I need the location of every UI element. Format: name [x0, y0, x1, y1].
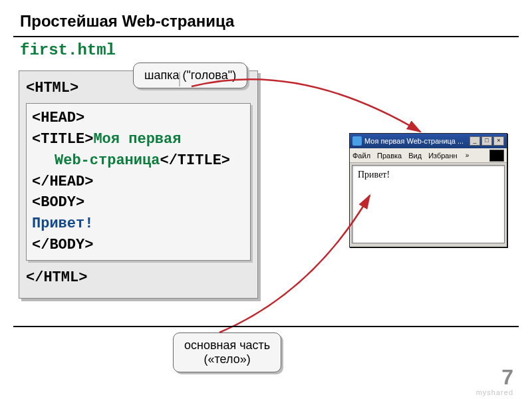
menu-favorites[interactable]: Избранн [428, 152, 458, 160]
browser-menubar: Файл Правка Вид Избранн » [350, 148, 507, 163]
callout-head: шапка ("голова") [133, 63, 247, 88]
code-head-close: </HEAD> [32, 172, 245, 193]
minimize-button[interactable]: _ [469, 136, 480, 146]
throbber-icon [489, 150, 504, 162]
browser-window: Моя первая Web-страница ... _ □ × Файл П… [349, 133, 507, 247]
menu-more-icon[interactable]: » [464, 152, 471, 159]
watermark: myshared [476, 388, 513, 396]
code-title-line2: Web-страница</TITLE> [32, 150, 245, 172]
code-title-text1: Моя первая [93, 131, 181, 148]
close-button[interactable]: × [493, 136, 504, 146]
menu-view[interactable]: Вид [408, 152, 422, 160]
callout-body-line2: («тело») [184, 352, 270, 366]
callout-body: основная часть («тело») [173, 332, 281, 372]
callout-body-line1: основная часть [184, 338, 270, 352]
bottom-rule [13, 326, 519, 327]
browser-body-text: Привет! [358, 170, 390, 180]
code-title-line1: <TITLE>Моя первая [32, 129, 245, 150]
slide-title: Простейшая Web-страница [0, 0, 532, 36]
filename-label: first.html [0, 37, 532, 61]
code-html-close: </HTML> [26, 267, 251, 289]
browser-title-text: Моя первая Web-страница ... [364, 137, 468, 145]
slide-number: 7 [501, 365, 513, 390]
code-title-open: <TITLE> [32, 131, 93, 148]
browser-content: Привет! [352, 165, 505, 243]
maximize-button[interactable]: □ [481, 136, 492, 146]
code-title-text2: Web-страница [32, 150, 160, 172]
browser-titlebar: Моя первая Web-страница ... _ □ × [350, 134, 507, 148]
ie-icon [352, 136, 362, 146]
code-body-text: Привет! [32, 213, 245, 235]
menu-file[interactable]: Файл [352, 152, 370, 160]
code-body-open: <BODY> [32, 192, 245, 213]
code-head-open: <HEAD> [32, 108, 245, 129]
code-body-close: </BODY> [32, 235, 245, 256]
menu-edit[interactable]: Правка [377, 152, 402, 160]
code-title-close: </TITLE> [160, 152, 230, 169]
code-block-outer: <HTML> <HEAD> <TITLE>Моя первая Web-стра… [19, 70, 258, 299]
code-block-head-body: <HEAD> <TITLE>Моя первая Web-страница</T… [26, 103, 251, 261]
